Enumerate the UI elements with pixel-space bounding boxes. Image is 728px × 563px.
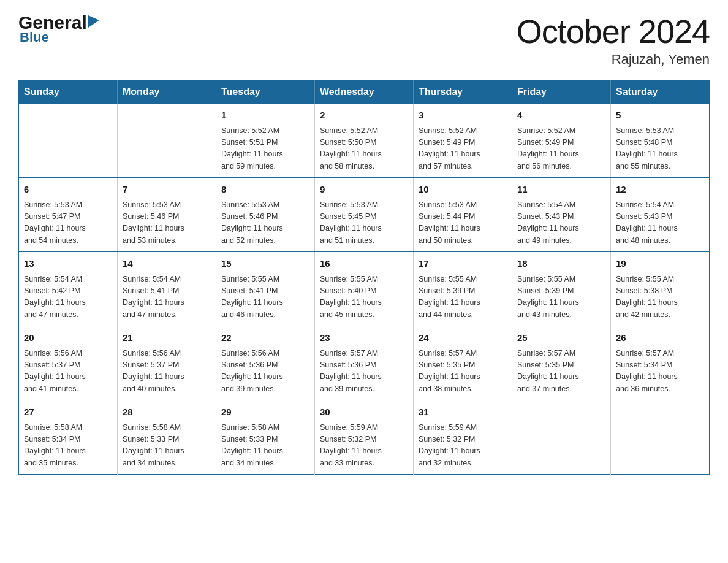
calendar-cell: 3Sunrise: 5:52 AMSunset: 5:49 PMDaylight… — [414, 104, 512, 178]
calendar-cell: 14Sunrise: 5:54 AMSunset: 5:41 PMDayligh… — [118, 252, 216, 326]
calendar-cell: 21Sunrise: 5:56 AMSunset: 5:37 PMDayligh… — [118, 326, 216, 400]
day-info: Sunrise: 5:57 AMSunset: 5:35 PMDaylight:… — [419, 348, 507, 396]
calendar-cell: 25Sunrise: 5:57 AMSunset: 5:35 PMDayligh… — [512, 326, 611, 400]
day-number: 21 — [123, 331, 211, 345]
day-number: 2 — [320, 109, 408, 123]
day-number: 9 — [320, 183, 408, 197]
day-info: Sunrise: 5:53 AMSunset: 5:44 PMDaylight:… — [419, 199, 507, 247]
calendar-cell: 4Sunrise: 5:52 AMSunset: 5:49 PMDaylight… — [512, 104, 611, 178]
title-section: October 2024 Rajuzah, Yemen — [517, 12, 710, 67]
calendar-cell: 24Sunrise: 5:57 AMSunset: 5:35 PMDayligh… — [414, 326, 512, 400]
day-number: 24 — [419, 331, 507, 345]
day-number: 28 — [123, 405, 211, 419]
day-number: 5 — [616, 109, 704, 123]
calendar-cell: 31Sunrise: 5:59 AMSunset: 5:32 PMDayligh… — [414, 400, 512, 475]
calendar-cell: 2Sunrise: 5:52 AMSunset: 5:50 PMDaylight… — [315, 104, 414, 178]
calendar-week-row: 13Sunrise: 5:54 AMSunset: 5:42 PMDayligh… — [19, 252, 710, 326]
day-info: Sunrise: 5:54 AMSunset: 5:43 PMDaylight:… — [517, 199, 605, 247]
logo-blue-text: Blue — [20, 29, 49, 45]
calendar-week-row: 1Sunrise: 5:52 AMSunset: 5:51 PMDaylight… — [19, 104, 710, 178]
calendar-cell: 11Sunrise: 5:54 AMSunset: 5:43 PMDayligh… — [512, 178, 611, 252]
day-number: 26 — [616, 331, 704, 345]
day-info: Sunrise: 5:59 AMSunset: 5:32 PMDaylight:… — [419, 422, 507, 470]
day-info: Sunrise: 5:57 AMSunset: 5:34 PMDaylight:… — [616, 348, 704, 396]
day-number: 27 — [24, 405, 112, 419]
calendar-cell: 27Sunrise: 5:58 AMSunset: 5:34 PMDayligh… — [19, 400, 118, 475]
calendar-cell — [19, 104, 118, 178]
day-number: 20 — [24, 331, 112, 345]
calendar-cell: 28Sunrise: 5:58 AMSunset: 5:33 PMDayligh… — [118, 400, 216, 475]
day-info: Sunrise: 5:52 AMSunset: 5:49 PMDaylight:… — [419, 125, 507, 173]
header-sunday: Sunday — [19, 80, 118, 104]
day-number: 18 — [517, 257, 605, 271]
calendar-cell: 9Sunrise: 5:53 AMSunset: 5:45 PMDaylight… — [315, 178, 414, 252]
day-info: Sunrise: 5:54 AMSunset: 5:42 PMDaylight:… — [24, 274, 112, 321]
day-number: 7 — [123, 183, 211, 197]
header-monday: Monday — [118, 80, 216, 104]
day-info: Sunrise: 5:56 AMSunset: 5:37 PMDaylight:… — [123, 348, 211, 396]
header-saturday: Saturday — [611, 80, 710, 104]
calendar-cell: 29Sunrise: 5:58 AMSunset: 5:33 PMDayligh… — [216, 400, 315, 475]
day-info: Sunrise: 5:54 AMSunset: 5:41 PMDaylight:… — [123, 274, 211, 321]
day-info: Sunrise: 5:55 AMSunset: 5:39 PMDaylight:… — [517, 274, 605, 321]
calendar-cell: 18Sunrise: 5:55 AMSunset: 5:39 PMDayligh… — [512, 252, 611, 326]
day-number: 25 — [517, 331, 605, 345]
calendar-table: Sunday Monday Tuesday Wednesday Thursday… — [18, 80, 710, 475]
day-info: Sunrise: 5:55 AMSunset: 5:39 PMDaylight:… — [419, 274, 507, 321]
day-info: Sunrise: 5:53 AMSunset: 5:45 PMDaylight:… — [320, 199, 408, 247]
day-number: 4 — [517, 109, 605, 123]
calendar-cell: 6Sunrise: 5:53 AMSunset: 5:47 PMDaylight… — [19, 178, 118, 252]
day-info: Sunrise: 5:54 AMSunset: 5:43 PMDaylight:… — [616, 199, 704, 247]
logo-triangle-icon — [88, 15, 99, 28]
svg-marker-0 — [88, 15, 99, 28]
day-info: Sunrise: 5:55 AMSunset: 5:40 PMDaylight:… — [320, 274, 408, 321]
calendar-week-row: 27Sunrise: 5:58 AMSunset: 5:34 PMDayligh… — [19, 400, 710, 475]
header-wednesday: Wednesday — [315, 80, 414, 104]
day-info: Sunrise: 5:52 AMSunset: 5:49 PMDaylight:… — [517, 125, 605, 173]
header-friday: Friday — [512, 80, 611, 104]
day-info: Sunrise: 5:52 AMSunset: 5:50 PMDaylight:… — [320, 125, 408, 173]
header-thursday: Thursday — [414, 80, 512, 104]
calendar-cell: 12Sunrise: 5:54 AMSunset: 5:43 PMDayligh… — [611, 178, 710, 252]
calendar-cell: 5Sunrise: 5:53 AMSunset: 5:48 PMDaylight… — [611, 104, 710, 178]
day-number: 29 — [221, 405, 309, 419]
day-number: 3 — [419, 109, 507, 123]
calendar-cell: 19Sunrise: 5:55 AMSunset: 5:38 PMDayligh… — [611, 252, 710, 326]
calendar-cell: 8Sunrise: 5:53 AMSunset: 5:46 PMDaylight… — [216, 178, 315, 252]
day-info: Sunrise: 5:57 AMSunset: 5:35 PMDaylight:… — [517, 348, 605, 396]
day-info: Sunrise: 5:55 AMSunset: 5:41 PMDaylight:… — [221, 274, 309, 321]
day-info: Sunrise: 5:55 AMSunset: 5:38 PMDaylight:… — [616, 274, 704, 321]
day-number: 31 — [419, 405, 507, 419]
day-info: Sunrise: 5:52 AMSunset: 5:51 PMDaylight:… — [221, 125, 309, 173]
day-number: 8 — [221, 183, 309, 197]
weekday-header-row: Sunday Monday Tuesday Wednesday Thursday… — [19, 80, 710, 104]
day-number: 6 — [24, 183, 112, 197]
day-number: 1 — [221, 109, 309, 123]
day-info: Sunrise: 5:53 AMSunset: 5:47 PMDaylight:… — [24, 199, 112, 247]
day-info: Sunrise: 5:58 AMSunset: 5:33 PMDaylight:… — [221, 422, 309, 470]
day-info: Sunrise: 5:57 AMSunset: 5:36 PMDaylight:… — [320, 348, 408, 396]
day-info: Sunrise: 5:56 AMSunset: 5:37 PMDaylight:… — [24, 348, 112, 396]
calendar-cell: 30Sunrise: 5:59 AMSunset: 5:32 PMDayligh… — [315, 400, 414, 475]
day-info: Sunrise: 5:59 AMSunset: 5:32 PMDaylight:… — [320, 422, 408, 470]
day-number: 23 — [320, 331, 408, 345]
calendar-cell — [512, 400, 611, 475]
day-info: Sunrise: 5:58 AMSunset: 5:34 PMDaylight:… — [24, 422, 112, 470]
calendar-week-row: 6Sunrise: 5:53 AMSunset: 5:47 PMDaylight… — [19, 178, 710, 252]
day-number: 22 — [221, 331, 309, 345]
calendar-cell: 23Sunrise: 5:57 AMSunset: 5:36 PMDayligh… — [315, 326, 414, 400]
calendar-cell: 13Sunrise: 5:54 AMSunset: 5:42 PMDayligh… — [19, 252, 118, 326]
calendar-cell: 7Sunrise: 5:53 AMSunset: 5:46 PMDaylight… — [118, 178, 216, 252]
calendar-cell: 17Sunrise: 5:55 AMSunset: 5:39 PMDayligh… — [414, 252, 512, 326]
day-number: 30 — [320, 405, 408, 419]
calendar-cell — [611, 400, 710, 475]
calendar-cell: 16Sunrise: 5:55 AMSunset: 5:40 PMDayligh… — [315, 252, 414, 326]
day-number: 19 — [616, 257, 704, 271]
day-number: 11 — [517, 183, 605, 197]
page-header: General Blue October 2024 Rajuzah, Yemen — [18, 12, 710, 67]
day-info: Sunrise: 5:53 AMSunset: 5:46 PMDaylight:… — [123, 199, 211, 247]
day-info: Sunrise: 5:58 AMSunset: 5:33 PMDaylight:… — [123, 422, 211, 470]
calendar-cell — [118, 104, 216, 178]
day-info: Sunrise: 5:53 AMSunset: 5:48 PMDaylight:… — [616, 125, 704, 173]
calendar-cell: 26Sunrise: 5:57 AMSunset: 5:34 PMDayligh… — [611, 326, 710, 400]
